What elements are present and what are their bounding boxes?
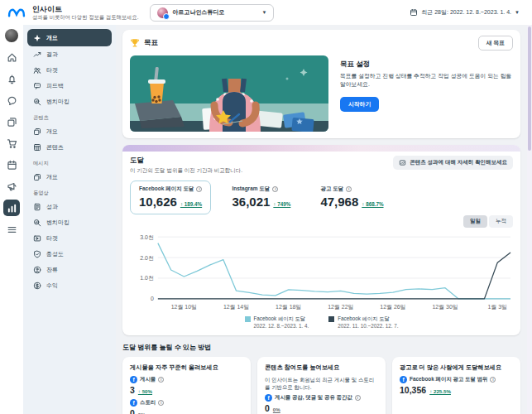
- insights-sidebar: 개요결과타겟피드백벤치마킹콘텐츠개요콘텐츠메시지개요동영상성과벤치마킹타겟충성도…: [23, 25, 116, 414]
- info-icon[interactable]: i: [196, 186, 202, 192]
- rail-item-posts[interactable]: [3, 113, 20, 130]
- info-icon[interactable]: i: [490, 377, 496, 383]
- bell-icon: [7, 74, 17, 84]
- rail-item-inbox[interactable]: [3, 92, 20, 108]
- metric-label: Instagram 도달: [232, 185, 270, 193]
- sidebar-item-label: 콘텐츠: [46, 143, 64, 152]
- benchmark-icon: [33, 98, 41, 106]
- sidebar-item-label: 타겟: [46, 234, 58, 243]
- content-performance-button[interactable]: 콘텐츠 성과에 대해 자세히 확인해보세요: [393, 156, 513, 170]
- tips-row: 게시물을 자주 꾸준히 올려보세요 f 게시물 i 3 ↑ 50% f 스토리 …: [122, 357, 520, 414]
- sidebar-item-label: 타겟: [46, 66, 58, 75]
- metric-change: ↑ 868.7%: [362, 201, 383, 207]
- sidebar-item-label: 벤치마킹: [46, 98, 69, 106]
- pages-icon: [33, 128, 41, 136]
- sidebar-item-results[interactable]: 결과: [27, 46, 112, 62]
- tip-card-posts: 게시물을 자주 꾸준히 올려보세요 f 게시물 i 3 ↑ 50% f 스토리 …: [122, 357, 251, 414]
- sidebar-item-retention[interactable]: 잔류: [27, 262, 112, 277]
- metric-change: ↑ 749%: [273, 201, 290, 207]
- meta-logo[interactable]: [7, 7, 26, 19]
- info-icon[interactable]: i: [346, 186, 352, 192]
- gradient-banner: [122, 145, 520, 152]
- svg-text:12월 18일: 12월 18일: [276, 304, 301, 310]
- metric-label: Facebook 페이지 광고 도달 범위: [410, 376, 487, 383]
- rail-item-all-tools[interactable]: [3, 221, 20, 238]
- rail-item-insights[interactable]: [3, 200, 20, 216]
- rail-item-commerce[interactable]: [3, 135, 20, 152]
- sidebar-item-messages-overview[interactable]: 개요: [27, 169, 112, 185]
- pages-icon: [7, 117, 17, 128]
- toggle-cumulative[interactable]: 누적: [489, 215, 513, 228]
- metric-value: 10,626: [139, 195, 177, 209]
- tab-facebook-page-reach[interactable]: Facebook 페이지 도달 i 10,626 ↑ 189.4%: [130, 181, 211, 214]
- goals-card: 목표 새 목표: [122, 30, 520, 138]
- sidebar-section-videos-header: 동영상: [33, 190, 112, 197]
- sidebar-item-audience[interactable]: 타겟: [27, 62, 112, 78]
- trend-icon: [33, 51, 41, 59]
- info-icon[interactable]: i: [158, 400, 164, 406]
- sidebar-section-content-header: 콘텐츠: [33, 114, 112, 122]
- page-title-block: 인사이트 성과를 비롯하여 다양한 정보를 검토해보세요.: [32, 5, 138, 20]
- metric-value: 10,356: [400, 385, 426, 395]
- insights-icon: [7, 203, 17, 214]
- user-avatar[interactable]: [5, 29, 18, 42]
- metric-label: Facebook 페이지 도달: [139, 185, 194, 193]
- info-icon[interactable]: i: [355, 395, 361, 401]
- sidebar-item-video-audience[interactable]: 타겟: [27, 230, 112, 246]
- calendar-icon: [7, 160, 17, 171]
- info-icon[interactable]: i: [272, 186, 278, 192]
- sidebar-item-label: 개요: [46, 128, 58, 136]
- megaphone-icon: [7, 181, 17, 192]
- metric-label: 스토리: [140, 399, 156, 407]
- page-title: 인사이트: [32, 5, 138, 13]
- sidebar-item-label: 피드백: [46, 82, 64, 90]
- info-icon[interactable]: i: [158, 377, 164, 383]
- sidebar-item-label: 잔류: [46, 266, 58, 274]
- scrollbar-track[interactable]: [527, 25, 532, 414]
- page-selector-label: 아르고나인스튜디오: [172, 8, 224, 17]
- new-goal-button[interactable]: 새 목표: [478, 36, 513, 51]
- legend-text: Facebook 페이지 도달2022. 11. 10.~2022. 12. 7…: [338, 315, 398, 330]
- metric-row: f Facebook 페이지 광고 도달 범위 i: [400, 376, 513, 383]
- sidebar-item-benchmarking[interactable]: 벤치마킹: [27, 94, 112, 109]
- sidebar-item-content[interactable]: 콘텐츠: [27, 139, 112, 155]
- scrollbar-thumb[interactable]: [528, 26, 531, 151]
- reach-subtitle: 이 기간의 도달 범위를 이전 기간과 비교합니다.: [130, 167, 242, 175]
- tab-instagram-reach[interactable]: Instagram 도달 i 36,021 ↑ 749%: [223, 181, 300, 214]
- star-icon: [33, 34, 41, 42]
- calendar-icon: [410, 8, 418, 17]
- svg-text:0: 0: [151, 296, 154, 301]
- date-range-label: 최근 28일: 2022. 12. 8.~2023. 1. 4.: [421, 8, 511, 17]
- tab-ads-reach[interactable]: 광고 도달 i 47,968 ↑ 868.7%: [311, 181, 392, 214]
- reach-header: 도달 이 기간의 도달 범위를 이전 기간과 비교합니다. 콘텐츠 성과에 대해…: [130, 156, 513, 175]
- facebook-icon: f: [265, 394, 272, 402]
- date-range-selector[interactable]: 최근 28일: 2022. 12. 8.~2023. 1. 4. ▼: [405, 7, 525, 17]
- svg-text:12월 22일: 12월 22일: [328, 304, 353, 310]
- sidebar-item-feedback[interactable]: 피드백: [27, 78, 112, 94]
- grid-icon: [33, 143, 41, 152]
- chart-mode-toggle: 일일 누적: [130, 215, 513, 228]
- toggle-daily[interactable]: 일일: [463, 215, 487, 228]
- get-started-button[interactable]: 시작하기: [340, 97, 379, 112]
- rail-item-home[interactable]: [3, 49, 20, 65]
- reach-title: 도달: [130, 156, 242, 166]
- svg-text:2.0천: 2.0천: [140, 255, 154, 261]
- rail-item-ads[interactable]: [3, 178, 20, 195]
- rail-item-notifications[interactable]: [3, 70, 20, 87]
- tips-section-title: 도달 범위를 늘릴 수 있는 방법: [122, 343, 520, 352]
- sidebar-item-content-overview[interactable]: 개요: [27, 123, 112, 139]
- sidebar-item-loyalty[interactable]: 충성도: [27, 246, 112, 262]
- svg-text:12월 14일: 12월 14일: [223, 304, 249, 310]
- rail-item-planner[interactable]: [3, 156, 20, 173]
- tip-card-title: 콘텐츠 참여도를 높여보세요: [265, 363, 378, 372]
- metric-change: 0%: [273, 407, 280, 412]
- sidebar-item-earnings[interactable]: 수익: [27, 277, 112, 293]
- sidebar-item-overview[interactable]: 개요: [27, 29, 112, 46]
- sidebar-item-video-performance[interactable]: 성과: [27, 199, 112, 214]
- metric-value-row: 0 0%: [130, 408, 243, 414]
- facebook-icon: f: [130, 376, 137, 383]
- page-selector-dropdown[interactable]: 아르고나인스튜디오 ▼: [150, 4, 274, 22]
- sidebar-item-video-benchmarking[interactable]: 벤치마킹: [27, 214, 112, 230]
- tip-card-title: 광고로 더 많은 사람에게 도달해보세요: [400, 363, 513, 372]
- svg-text:12월 30일: 12월 30일: [432, 304, 458, 310]
